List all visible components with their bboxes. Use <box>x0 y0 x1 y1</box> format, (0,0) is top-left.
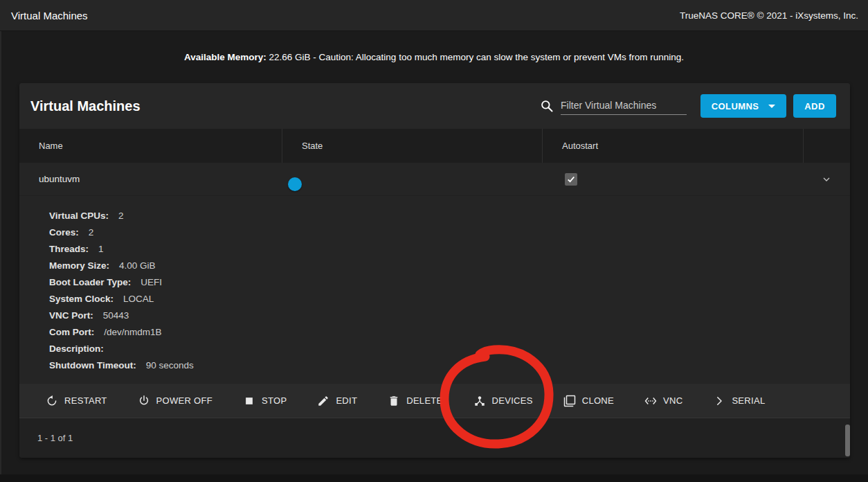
filter-input[interactable] <box>561 98 687 115</box>
autostart-checkbox[interactable] <box>565 173 577 186</box>
detail-vnc-port: VNC Port: 50443 <box>49 307 850 323</box>
column-header-name[interactable]: Name <box>19 129 282 163</box>
vm-name: ubuntuvm <box>19 174 282 184</box>
vertical-scrollbar-thumb[interactable] <box>845 425 850 456</box>
bottom-edge <box>0 474 868 482</box>
available-memory-text: 22.66 GiB - Caution: Allocating too much… <box>266 52 684 62</box>
stop-button[interactable]: STOP <box>243 395 287 407</box>
vnc-button[interactable]: VNC <box>644 395 682 407</box>
columns-button[interactable]: COLUMNS <box>700 94 786 118</box>
detail-shutdown-timeout: Shutdown Timeout: 90 seconds <box>49 357 850 373</box>
serial-icon <box>713 395 725 407</box>
vnc-icon <box>644 395 657 407</box>
clone-icon <box>563 395 576 407</box>
edit-button[interactable]: EDIT <box>317 395 357 407</box>
card-footer: 1 - 1 of 1 <box>19 418 850 458</box>
row-collapse-chevron-icon[interactable] <box>821 174 832 185</box>
power-off-button[interactable]: POWER OFF <box>138 395 213 407</box>
vm-table-row[interactable]: ubuntuvm <box>19 163 850 196</box>
virtual-machines-card: Virtual Machines COLUMNS ADD Name State … <box>19 83 850 458</box>
search-icon <box>540 99 554 113</box>
restart-icon <box>46 395 58 407</box>
devices-button[interactable]: DEVICES <box>473 395 533 407</box>
card-header: Virtual Machines COLUMNS ADD <box>19 83 850 129</box>
stop-icon <box>243 395 255 407</box>
page-title: Virtual Machines <box>11 10 88 21</box>
devices-icon <box>473 395 486 407</box>
column-header-state[interactable]: State <box>282 129 542 163</box>
top-bar: Virtual Machines TrueNAS CORE® © 2021 - … <box>0 0 868 31</box>
left-edge-divider <box>0 31 1 482</box>
chevron-down-icon <box>768 105 775 108</box>
vm-details-panel: Virtual CPUs: 2 Cores: 2 Threads: 1 Memo… <box>19 196 850 383</box>
serial-button[interactable]: SERIAL <box>713 395 765 407</box>
columns-button-label: COLUMNS <box>712 101 759 111</box>
column-header-autostart[interactable]: Autostart <box>542 129 803 163</box>
delete-button[interactable]: DELETE <box>388 395 442 407</box>
edit-icon <box>317 395 329 407</box>
add-button-label: ADD <box>804 101 824 111</box>
detail-threads: Threads: 1 <box>49 240 850 257</box>
pagination-range: 1 - 1 of 1 <box>37 433 73 443</box>
add-button[interactable]: ADD <box>793 94 836 118</box>
available-memory-notice: Available Memory: 22.66 GiB - Caution: A… <box>0 52 868 62</box>
table-header-row: Name State Autostart <box>19 129 850 163</box>
brand-copyright: TrueNAS CORE® © 2021 - iXsystems, Inc. <box>680 10 858 21</box>
clone-button[interactable]: CLONE <box>563 395 614 407</box>
delete-icon <box>388 395 400 407</box>
restart-button[interactable]: RESTART <box>46 395 107 407</box>
vm-action-bar: RESTART POWER OFF STOP EDIT DELETE <box>19 383 850 418</box>
detail-description: Description: <box>49 340 850 357</box>
column-header-expand <box>803 129 850 163</box>
state-toggle-thumb <box>288 177 302 191</box>
card-title: Virtual Machines <box>30 98 141 114</box>
available-memory-label: Available Memory: <box>184 52 266 62</box>
power-off-icon <box>138 395 150 407</box>
detail-cores: Cores: 2 <box>49 224 850 240</box>
detail-virtual-cpus: Virtual CPUs: 2 <box>49 207 850 224</box>
filter-wrap <box>540 98 687 115</box>
detail-boot-loader-type: Boot Loader Type: UEFI <box>49 274 850 290</box>
detail-system-clock: System Clock: LOCAL <box>49 290 850 307</box>
detail-memory-size: Memory Size: 4.00 GiB <box>49 257 850 274</box>
check-icon <box>566 175 576 184</box>
detail-com-port: Com Port: /dev/nmdm1B <box>49 323 850 340</box>
